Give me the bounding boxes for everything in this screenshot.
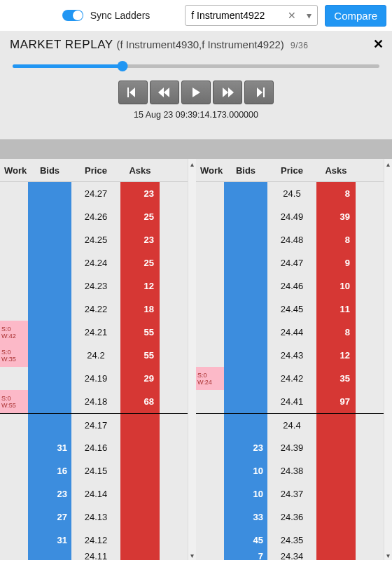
work-cell[interactable] [0,482,28,505]
bid-cell[interactable] [224,274,267,298]
price-cell[interactable]: 24.38 [267,459,316,482]
bid-cell[interactable] [28,552,71,560]
bid-cell[interactable] [28,205,71,228]
fast-forward-button[interactable] [213,81,242,104]
ask-cell[interactable] [120,505,160,529]
work-cell[interactable] [196,436,224,459]
work-cell[interactable] [0,459,28,482]
work-cell[interactable] [196,344,224,367]
work-cell[interactable] [196,414,224,436]
ladder-row[interactable]: 24.448 [196,321,384,344]
price-cell[interactable]: 24.41 [267,390,316,413]
work-cell[interactable] [0,505,28,529]
ladder-row[interactable]: 24.17 [0,413,188,436]
price-cell[interactable]: 24.36 [267,505,316,529]
ask-cell[interactable] [316,459,356,482]
replay-slider[interactable] [13,64,379,68]
ladder-row[interactable]: 24.58 [196,182,384,205]
chevron-down-icon[interactable]: ▾ [302,6,316,25]
ask-cell[interactable]: 25 [120,251,160,274]
ladder-row[interactable]: 3324.36 [196,505,384,529]
work-cell[interactable] [196,529,224,552]
ladder-row[interactable]: 24.4 [196,413,384,436]
ladder-row[interactable]: 24.4939 [196,205,384,228]
bid-cell[interactable] [28,367,71,390]
ask-cell[interactable] [316,482,356,505]
work-cell[interactable]: S:0W:24 [196,367,224,390]
ladder-row[interactable]: 724.34 [196,552,384,560]
bid-cell[interactable] [28,344,71,367]
work-cell[interactable] [196,182,224,205]
ask-cell[interactable]: 25 [120,205,160,228]
ladder-row[interactable]: 24.2723 [0,182,188,205]
bid-cell[interactable] [224,205,267,228]
ladder-row[interactable]: 24.2218 [0,298,188,321]
ask-cell[interactable]: 68 [120,390,160,413]
ladder-row[interactable]: 4524.35 [196,529,384,552]
work-cell[interactable] [196,390,224,413]
bid-cell[interactable]: 33 [224,505,267,529]
scroll-down-icon[interactable]: ▾ [384,550,392,560]
ask-cell[interactable] [120,436,160,459]
compare-button[interactable]: Compare [325,5,386,27]
ask-cell[interactable]: 55 [120,321,160,344]
bid-cell[interactable] [224,414,267,436]
ask-cell[interactable]: 18 [120,298,160,321]
ladder-row[interactable]: 24.1929 [0,367,188,390]
scroll-up-icon[interactable]: ▴ [188,159,196,169]
play-button[interactable] [181,81,211,104]
ladder-row[interactable]: 24.4197 [196,390,384,413]
price-cell[interactable]: 24.22 [71,298,120,321]
ladder-row[interactable]: 24.2425 [0,251,188,274]
work-cell[interactable] [196,459,224,482]
bid-cell[interactable] [28,298,71,321]
price-cell[interactable]: 24.27 [71,182,120,205]
bid-cell[interactable] [224,182,267,205]
price-cell[interactable]: 24.2 [71,344,120,367]
ladder-row[interactable]: 24.479 [196,251,384,274]
work-cell[interactable] [0,529,28,552]
bid-cell[interactable] [28,321,71,344]
work-cell[interactable] [196,482,224,505]
price-cell[interactable]: 24.49 [267,205,316,228]
bid-cell[interactable]: 7 [224,552,267,560]
bid-cell[interactable]: 16 [28,459,71,482]
price-cell[interactable]: 24.5 [267,182,316,205]
bid-cell[interactable]: 23 [224,436,267,459]
ladder-row[interactable]: 24.4312 [196,344,384,367]
skip-end-button[interactable] [244,81,274,104]
work-cell[interactable] [0,251,28,274]
bid-cell[interactable]: 23 [28,482,71,505]
price-cell[interactable]: 24.13 [71,505,120,529]
bid-cell[interactable] [28,414,71,436]
price-cell[interactable]: 24.12 [71,529,120,552]
ask-cell[interactable]: 39 [316,205,356,228]
bid-cell[interactable] [224,344,267,367]
ladder-row[interactable]: 2324.39 [196,436,384,459]
ask-cell[interactable]: 8 [316,182,356,205]
bid-cell[interactable]: 45 [224,529,267,552]
price-cell[interactable]: 24.24 [71,251,120,274]
work-cell[interactable] [196,505,224,529]
skip-start-button[interactable] [118,81,148,104]
ladder-row[interactable]: 2324.14 [0,482,188,505]
ladder-row[interactable]: S:0W:2424.4235 [196,367,384,390]
close-icon[interactable]: ✕ [373,36,384,52]
bid-cell[interactable]: 31 [28,529,71,552]
ask-cell[interactable]: 9 [316,251,356,274]
ladder-row[interactable]: 1624.15 [0,459,188,482]
bid-cell[interactable]: 27 [28,505,71,529]
price-cell[interactable]: 24.26 [71,205,120,228]
ask-cell[interactable] [120,414,160,436]
price-cell[interactable]: 24.39 [267,436,316,459]
price-cell[interactable]: 24.4 [267,414,316,436]
ask-cell[interactable]: 35 [316,367,356,390]
ask-cell[interactable] [120,552,160,560]
slider-thumb[interactable] [118,61,128,71]
instrument-input[interactable] [191,10,282,21]
bid-cell[interactable] [224,390,267,413]
price-cell[interactable]: 24.14 [71,482,120,505]
ask-cell[interactable] [316,505,356,529]
ladder-row[interactable]: 24.2625 [0,205,188,228]
price-cell[interactable]: 24.17 [71,414,120,436]
